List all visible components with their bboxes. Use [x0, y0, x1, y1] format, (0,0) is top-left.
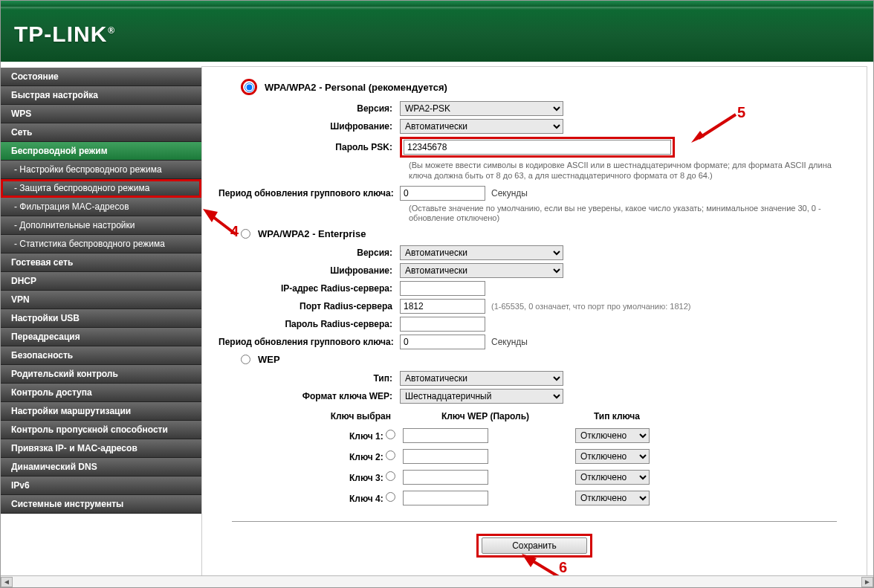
sidebar-item-6[interactable]: - Защита беспроводного режима [1, 179, 201, 198]
save-highlight-box: Сохранить [476, 534, 592, 558]
sidebar-item-15[interactable]: Безопасность [1, 346, 201, 365]
wep-key-label-3: Ключ 3: [265, 468, 398, 487]
label-psk: Пароль PSK: [218, 142, 400, 152]
label-encryption-ent: Шифрование: [218, 265, 400, 276]
unit-seconds-personal: Секунды [491, 188, 528, 198]
label-version-personal: Версия: [218, 103, 400, 114]
sidebar-item-0[interactable]: Состояние [1, 68, 201, 86]
sidebar-item-19[interactable]: Контроль пропускной способности [1, 421, 201, 439]
sidebar-item-8[interactable]: - Дополнительные настройки [1, 216, 201, 235]
sidebar-item-20[interactable]: Привязка IP- и MAC-адресов [1, 439, 201, 458]
input-radius-port[interactable] [400, 299, 485, 314]
wep-key-type-3[interactable]: Отключено [575, 470, 650, 485]
wep-key-radio-1[interactable] [386, 430, 395, 439]
wep-key-input-3[interactable] [403, 470, 488, 485]
radio-wpa-personal[interactable] [245, 83, 254, 92]
label-version-ent: Версия: [218, 248, 400, 258]
select-wep-type[interactable]: Автоматически [400, 371, 563, 386]
wep-col-key: Ключ WEP (Пароль) [400, 408, 571, 424]
sidebar-item-23[interactable]: Системные инструменты [1, 495, 201, 514]
sidebar-item-21[interactable]: Динамический DNS [1, 458, 201, 476]
header-bar: TP-LINK® [1, 7, 873, 62]
wep-key-label-2: Ключ 2: [265, 447, 398, 466]
wep-key-label-1: Ключ 1: [265, 426, 398, 445]
annotation-6: 6 [559, 559, 567, 576]
scroll-track[interactable] [13, 577, 861, 587]
wep-key-input-1[interactable] [403, 428, 488, 443]
window-topbar [1, 1, 873, 7]
save-button[interactable]: Сохранить [482, 537, 587, 554]
wep-row-3: Ключ 3: Отключено [265, 468, 661, 487]
wep-key-input-4[interactable] [403, 491, 488, 505]
sidebar-nav: СостояниеБыстрая настройкаWPSСетьБеспров… [1, 62, 201, 588]
radio-wpa-enterprise[interactable] [241, 229, 250, 239]
sidebar-item-10[interactable]: Гостевая сеть [1, 253, 201, 272]
help-psk: (Вы можете ввести символы в кодировке AS… [409, 161, 850, 181]
psk-highlight-box [400, 137, 675, 158]
sidebar-item-13[interactable]: Настройки USB [1, 309, 201, 328]
input-radius-pwd[interactable] [400, 317, 485, 332]
input-group-key-personal[interactable] [400, 186, 485, 201]
sidebar-item-11[interactable]: DHCP [1, 272, 201, 291]
label-encryption-personal: Шифрование: [218, 121, 400, 132]
sidebar-item-17[interactable]: Контроль доступа [1, 384, 201, 402]
radio-personal-highlight [241, 79, 257, 95]
wep-row-1: Ключ 1: Отключено [265, 426, 661, 445]
sidebar-item-12[interactable]: VPN [1, 291, 201, 309]
sidebar-item-2[interactable]: WPS [1, 105, 201, 123]
wep-key-table: Ключ выбран Ключ WEP (Пароль) Тип ключа … [263, 407, 663, 509]
label-radius-pwd: Пароль Radius-сервера: [218, 319, 400, 329]
input-radius-ip[interactable] [400, 281, 485, 296]
sidebar-item-22[interactable]: IPv6 [1, 476, 201, 495]
input-group-key-ent[interactable] [400, 335, 485, 349]
wep-key-type-2[interactable]: Отключено [575, 449, 650, 464]
sidebar-item-4[interactable]: Беспроводной режим [1, 142, 201, 161]
label-wep-format: Формат ключа WEP: [218, 391, 400, 401]
scroll-left-button[interactable]: ◄ [1, 577, 13, 587]
wep-key-radio-3[interactable] [386, 471, 395, 481]
wep-key-input-2[interactable] [403, 449, 488, 464]
select-wep-format[interactable]: Шестнадцатеричный [400, 389, 563, 404]
wep-col-selected: Ключ выбран [265, 408, 398, 424]
sidebar-item-9[interactable]: - Статистика беспроводного режима [1, 235, 201, 253]
wep-row-2: Ключ 2: Отключено [265, 447, 661, 466]
select-encryption-personal[interactable]: Автоматически [400, 119, 563, 134]
wep-key-radio-2[interactable] [386, 450, 395, 460]
label-radius-port: Порт Radius-сервера [218, 301, 400, 311]
input-psk-password[interactable] [404, 140, 671, 155]
sidebar-item-18[interactable]: Настройки маршрутизации [1, 402, 201, 421]
select-version-personal[interactable]: WPA2-PSK [400, 101, 563, 116]
wep-row-4: Ключ 4: Отключено [265, 488, 661, 508]
brand-logo: TP-LINK® [14, 22, 115, 47]
wep-key-type-1[interactable]: Отключено [575, 428, 650, 443]
separator [232, 521, 837, 522]
wep-col-type: Тип ключа [572, 408, 661, 424]
horizontal-scrollbar[interactable]: ◄ ► [1, 575, 873, 587]
sidebar-item-16[interactable]: Родительский контроль [1, 365, 201, 384]
section-title-wep: WEP [258, 354, 280, 365]
label-group-key-personal: Период обновления группового ключа: [218, 188, 400, 198]
radio-wep[interactable] [241, 355, 250, 364]
sidebar-item-1[interactable]: Быстрая настройка [1, 86, 201, 105]
help-group-key-personal: (Оставьте значение по умолчанию, если вы… [409, 204, 850, 224]
wep-key-label-4: Ключ 4: [265, 488, 398, 508]
sidebar-item-3[interactable]: Сеть [1, 123, 201, 142]
main-content: WPA/WPA2 - Personal (рекомендуется) Верс… [201, 66, 867, 583]
select-version-ent[interactable]: Автоматически [400, 245, 563, 260]
sidebar-item-14[interactable]: Переадресация [1, 328, 201, 346]
section-title-personal: WPA/WPA2 - Personal (рекомендуется) [265, 82, 447, 93]
wep-key-type-4[interactable]: Отключено [575, 491, 650, 505]
label-group-key-ent: Период обновления группового ключа: [218, 337, 400, 347]
wep-key-radio-4[interactable] [386, 492, 395, 502]
annotation-4: 4 [230, 223, 239, 240]
label-radius-ip: IP-адрес Radius-сервера: [218, 283, 400, 294]
select-encryption-ent[interactable]: Автоматически [400, 263, 563, 278]
section-title-enterprise: WPA/WPA2 - Enterprise [258, 228, 366, 239]
help-radius-port: (1-65535, 0 означает, что порт про умолч… [491, 302, 691, 311]
scroll-right-button[interactable]: ► [861, 577, 873, 587]
sidebar-item-5[interactable]: - Настройки беспроводного режима [1, 161, 201, 179]
label-wep-type: Тип: [218, 373, 400, 384]
unit-seconds-ent: Секунды [491, 337, 528, 347]
sidebar-item-7[interactable]: - Фильтрация MAC-адресов [1, 198, 201, 216]
